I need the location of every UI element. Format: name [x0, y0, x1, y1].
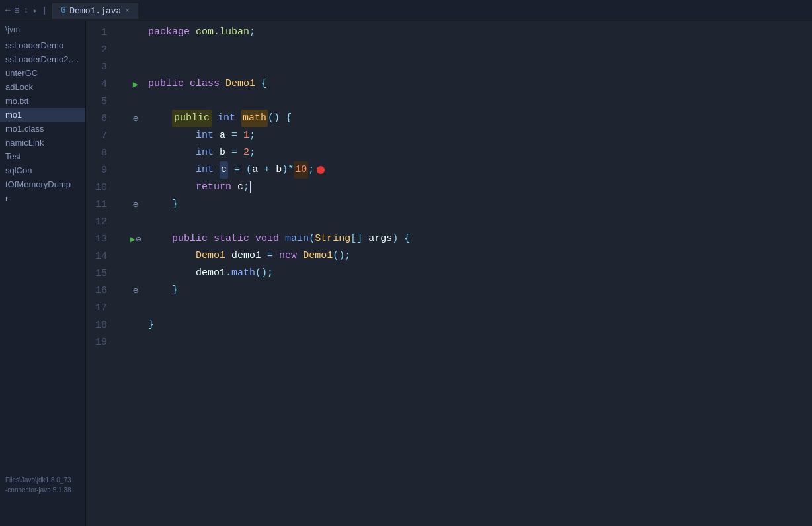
sidebar-item-r[interactable]: r: [0, 191, 85, 205]
code-line-13: public static void main ( String [] args…: [148, 230, 812, 247]
gutter-6-collapse[interactable]: ⊖: [126, 110, 145, 127]
line-num-15: 15: [86, 265, 115, 282]
sidebar-item-countergc[interactable]: unterGC: [0, 66, 85, 80]
var-demo1-15: demo1: [196, 265, 225, 282]
code-line-4: public class Demo1 {: [148, 75, 812, 93]
line-num-4: 4: [86, 75, 115, 93]
gutter-11-collapse[interactable]: ⊖: [126, 196, 145, 213]
gutter-5: [126, 93, 145, 110]
kw-return: return: [196, 179, 231, 196]
tab-close-button[interactable]: ×: [125, 7, 130, 15]
settings-icon[interactable]: |: [42, 5, 47, 15]
brace-close-11: }: [172, 196, 178, 213]
sidebar-item-demo-txt[interactable]: mo.txt: [0, 94, 85, 108]
code-line-5: [148, 93, 812, 110]
brackets-13: []: [350, 230, 362, 247]
sidebar-item-demo1-class[interactable]: mo1.class: [0, 122, 85, 136]
keyword-package: package: [148, 24, 190, 41]
fn-math-call: math: [231, 265, 255, 282]
sidebar-item-demo1[interactable]: mo1: [0, 108, 85, 122]
var-a-9: a: [252, 161, 258, 179]
sidebar-item-test[interactable]: Test: [0, 150, 85, 163]
sidebar-item-classloaderdemo[interactable]: ssLoaderDemo: [0, 38, 85, 52]
collapse-icon-16: ⊖: [133, 285, 138, 296]
code-lines[interactable]: package com.luban ; public class Demo1: [145, 24, 812, 351]
sidebar: \jvm ssLoaderDemo ssLoaderDemo2.java unt…: [0, 21, 86, 526]
code-line-7: int a = 1 ;: [148, 127, 812, 144]
file-tab-label: Demo1.java: [69, 6, 121, 16]
dot-15: .: [225, 265, 231, 282]
semi-8: ;: [249, 144, 255, 161]
code-line-8: int b = 2 ;: [148, 144, 812, 161]
gutter-18: [126, 316, 145, 333]
line-num-18: 18: [86, 316, 115, 333]
sidebar-item-dynamiclink[interactable]: namicLink: [0, 136, 85, 150]
sidebar-item-sqlcon[interactable]: sqlCon: [0, 163, 85, 177]
gutter-9: [126, 161, 145, 179]
line-num-3: 3: [86, 58, 115, 75]
line-num-6: 6: [86, 110, 115, 127]
file-tab-icon: G: [61, 6, 65, 15]
paren-close-9: ): [282, 161, 288, 179]
sidebar-item-outofmemorydump[interactable]: tOfMemoryDump: [0, 177, 85, 191]
line-num-13: 13: [86, 230, 115, 247]
line-num-9: 9: [86, 161, 115, 179]
paren-open-9: (: [246, 161, 252, 179]
var-b: b: [220, 144, 225, 161]
parens-15: ();: [255, 265, 273, 282]
op-eq-9: =: [234, 161, 240, 179]
op-plus: +: [264, 161, 270, 179]
line-numbers: 1 2 3 4 5 6 7 8 9 10 11 12 13 14 15 16 1…: [86, 24, 126, 351]
line-num-14: 14: [86, 247, 115, 265]
line-num-19: 19: [86, 333, 115, 351]
space-1: [190, 24, 196, 41]
run-icon-13: ▶: [130, 234, 136, 245]
code-line-3: [148, 58, 812, 75]
back-icon[interactable]: ←: [5, 5, 11, 15]
code-line-10: return c ;: [148, 179, 812, 196]
kw-public-4: public: [148, 75, 184, 93]
code-line-12: [148, 213, 812, 230]
sidebar-item-deadlock[interactable]: adLock: [0, 80, 85, 94]
paren-open-13: (: [309, 230, 315, 247]
line-num-2: 2: [86, 41, 115, 58]
gutter-16-collapse[interactable]: ⊖: [126, 282, 145, 299]
gutter-8: [126, 144, 145, 161]
gutter-13[interactable]: ▶ ⊖: [126, 230, 145, 247]
line-num-16: 16: [86, 282, 115, 299]
cls-demo1-new: Demo1: [303, 247, 333, 265]
var-b-9: b: [276, 161, 282, 179]
cls-demo1-14: Demo1: [196, 247, 225, 265]
var-c: c: [220, 161, 228, 179]
main-layout: \jvm ssLoaderDemo ssLoaderDemo2.java unt…: [0, 21, 812, 526]
semi-9: ;: [308, 161, 314, 179]
paren-close-13: ): [392, 230, 398, 247]
code-editor[interactable]: 1 2 3 4 5 6 7 8 9 10 11 12 13 14 15 16 1…: [86, 21, 812, 526]
gutter: ▶ ⊖ ⊖ ▶ ⊖: [126, 24, 145, 351]
title-bar-controls: ← ⊞ ↕ ▸ |: [5, 5, 47, 16]
line-num-11: 11: [86, 196, 115, 213]
forward-icon[interactable]: ⊞: [15, 5, 20, 16]
collapse-icon-6: ⊖: [133, 113, 138, 124]
op-mul: *: [288, 161, 294, 179]
file-tab[interactable]: G Demo1.java ×: [52, 3, 138, 19]
code-line-17: [148, 299, 812, 316]
gutter-2: [126, 41, 145, 58]
kw-new: new: [279, 247, 297, 265]
cls-string: String: [315, 230, 350, 247]
gutter-14: [126, 247, 145, 265]
fn-main: main: [285, 230, 309, 247]
gutter-19: [126, 333, 145, 351]
op-eq-7: =: [231, 127, 237, 144]
run-icon-4: ▶: [133, 79, 138, 90]
line-num-10: 10: [86, 179, 115, 196]
gutter-4-run[interactable]: ▶: [126, 75, 145, 93]
code-line-11: }: [148, 196, 812, 213]
expand-icon[interactable]: ▸: [32, 5, 38, 16]
kw-void: void: [255, 230, 279, 247]
kw-int-9: int: [196, 161, 214, 179]
var-demo1: demo1: [231, 247, 261, 265]
split-icon[interactable]: ↕: [24, 5, 29, 15]
parens-14: ();: [333, 247, 350, 265]
sidebar-item-classloaderdemo2[interactable]: ssLoaderDemo2.java: [0, 52, 85, 66]
